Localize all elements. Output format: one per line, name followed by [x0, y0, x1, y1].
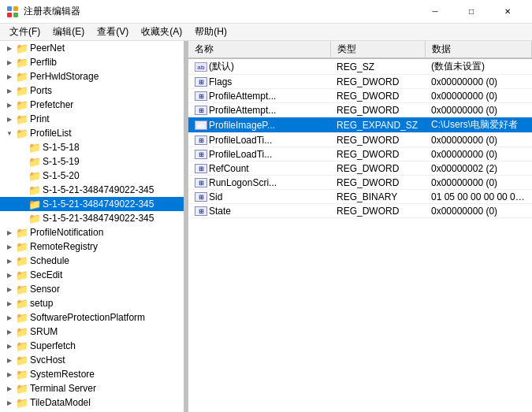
grid-icon: ⊞	[195, 150, 207, 159]
tree-arrow[interactable]	[3, 399, 16, 406]
cell-type: REG_DWORD	[330, 103, 425, 117]
menu-item-查看(V)[interactable]: 查看(V)	[91, 24, 135, 40]
tree-arrow[interactable]	[3, 314, 16, 321]
tree-arrow[interactable]	[3, 229, 16, 236]
tree-item-s-1-5-21-long2[interactable]: 📁S-1-5-21-3484749022-345	[0, 197, 184, 211]
column-data[interactable]: 数据	[425, 41, 532, 58]
table-row[interactable]: ⊞RefCountREG_DWORD0x00000002 (2)	[188, 161, 532, 176]
tree-item-label: setup	[30, 298, 53, 309]
tree-item-label: Perflib	[30, 57, 57, 68]
cell-name: abProfileImageP...	[188, 117, 330, 133]
tree-item-label: TileDataModel	[30, 397, 91, 408]
values-table[interactable]: 名称 类型 数据 ab(默认)REG_SZ(数值未设置)⊞FlagsREG_DW…	[188, 41, 532, 412]
table-row[interactable]: ⊞ProfileAttempt...REG_DWORD0x00000000 (0…	[188, 89, 532, 103]
menu-item-帮助(H)[interactable]: 帮助(H)	[188, 24, 233, 40]
minimize-button[interactable]: ─	[417, 0, 453, 24]
tree-content[interactable]: 📁PeerNet📁Perflib📁PerHwldStorage📁Ports📁Pr…	[0, 41, 184, 412]
table-row[interactable]: ⊞StateREG_DWORD0x00000000 (0)	[188, 204, 532, 218]
tree-item-s-1-5-19[interactable]: 📁S-1-5-19	[0, 154, 184, 169]
tree-item-schedule[interactable]: 📁Schedule	[0, 254, 184, 268]
tree-item-s-1-5-18[interactable]: 📁S-1-5-18	[0, 140, 184, 154]
tree-arrow[interactable]	[3, 102, 16, 109]
table-row[interactable]: ⊞ProfileLoadTi...REG_DWORD0x00000000 (0)	[188, 147, 532, 161]
tree-arrow[interactable]	[3, 116, 16, 123]
table-row[interactable]: ⊞ProfileLoadTi...REG_DWORD0x00000000 (0)	[188, 133, 532, 147]
tree-arrow[interactable]	[3, 385, 16, 392]
tree-arrow[interactable]	[3, 130, 16, 137]
tree-item-print[interactable]: 📁Print	[0, 112, 184, 126]
column-name[interactable]: 名称	[188, 41, 330, 58]
tree-item-label: Schedule	[30, 255, 69, 266]
tree-arrow[interactable]	[3, 357, 16, 364]
folder-icon: 📁	[16, 255, 28, 267]
cell-data: 0x00000000 (0)	[425, 103, 532, 117]
tree-item-softwareprotection[interactable]: 📁SoftwareProtectionPlatform	[0, 310, 184, 325]
cell-data: 0x00000002 (2)	[425, 161, 532, 176]
folder-icon: 📁	[16, 85, 28, 97]
grid-icon: ⊞	[195, 135, 207, 145]
tree-arrow[interactable]	[3, 258, 16, 265]
maximize-button[interactable]: □	[453, 0, 489, 24]
cell-name: ⊞ProfileLoadTi...	[188, 133, 330, 147]
tree-item-s-1-5-21-long1[interactable]: 📁S-1-5-21-3484749022-345	[0, 183, 184, 197]
tree-arrow[interactable]	[3, 300, 16, 307]
grid-icon: ⊞	[195, 164, 207, 173]
table-row[interactable]: ⊞ProfileAttempt...REG_DWORD0x00000000 (0…	[188, 103, 532, 117]
table-row[interactable]: ⊞FlagsREG_DWORD0x00000000 (0)	[188, 75, 532, 89]
tree-item-sensor[interactable]: 📁Sensor	[0, 282, 184, 296]
tree-item-perhwldstorage[interactable]: 📁PerHwldStorage	[0, 69, 184, 84]
cell-type: REG_BINARY	[330, 190, 425, 204]
cell-data: 0x00000000 (0)	[425, 204, 532, 218]
tree-arrow[interactable]	[3, 328, 16, 336]
folder-icon: 📁	[16, 227, 28, 239]
menu-item-文件(F)[interactable]: 文件(F)	[3, 24, 47, 40]
tree-item-label: SecEdit	[30, 269, 62, 280]
close-button[interactable]: ✕	[489, 0, 526, 24]
menu-bar: 文件(F)编辑(E)查看(V)收藏夹(A)帮助(H)	[0, 24, 532, 41]
folder-icon: 📁	[28, 170, 41, 182]
tree-item-systemrestore[interactable]: 📁SystemRestore	[0, 367, 184, 381]
tree-item-ports[interactable]: 📁Ports	[0, 84, 184, 98]
tree-pane: 📁PeerNet📁Perflib📁PerHwldStorage📁Ports📁Pr…	[0, 41, 185, 412]
tree-arrow[interactable]	[3, 286, 16, 293]
tree-item-setup[interactable]: 📁setup	[0, 296, 184, 310]
cell-data: 01 05 00 00 00 00 00 05 15 00 00 00 de (	[425, 190, 532, 204]
table-row[interactable]: ⊞SidREG_BINARY01 05 00 00 00 00 00 05 15…	[188, 190, 532, 204]
tree-item-s-1-5-20[interactable]: 📁S-1-5-20	[0, 169, 184, 183]
tree-item-remoteregistry[interactable]: 📁RemoteRegistry	[0, 239, 184, 254]
tree-item-tiledatamodel[interactable]: 📁TileDataModel	[0, 395, 184, 410]
tree-item-prefetcher[interactable]: 📁Prefetcher	[0, 98, 184, 112]
tree-item-srum[interactable]: 📁SRUM	[0, 325, 184, 339]
tree-item-s-1-5-21-long3[interactable]: 📁S-1-5-21-3484749022-345	[0, 211, 184, 225]
cell-type: REG_DWORD	[330, 89, 425, 103]
tree-arrow[interactable]	[3, 73, 16, 80]
tree-item-profilenotification[interactable]: 📁ProfileNotification	[0, 225, 184, 239]
tree-arrow[interactable]	[3, 45, 16, 52]
tree-arrow[interactable]	[3, 343, 16, 350]
tree-arrow[interactable]	[3, 272, 16, 279]
tree-item-label: Sensor	[30, 284, 60, 295]
tree-item-peernetwork[interactable]: 📁PeerNet	[0, 41, 184, 55]
tree-item-perflib[interactable]: 📁Perflib	[0, 55, 184, 69]
table-row[interactable]: abProfileImageP...REG_EXPAND_SZC:\Users\…	[188, 117, 532, 133]
tree-arrow[interactable]	[3, 59, 16, 66]
cell-type: REG_DWORD	[330, 204, 425, 218]
tree-item-profilelist[interactable]: 📁ProfileList	[0, 126, 184, 140]
table-row[interactable]: ab(默认)REG_SZ(数值未设置)	[188, 58, 532, 75]
menu-item-收藏夹(A)[interactable]: 收藏夹(A)	[135, 24, 188, 40]
tree-item-superfetch[interactable]: 📁Superfetch	[0, 339, 184, 353]
tree-item-label: S-1-5-21-3484749022-345	[43, 213, 154, 224]
tree-item-secedit[interactable]: 📁SecEdit	[0, 268, 184, 282]
tree-item-terminalserver[interactable]: 📁Terminal Server	[0, 381, 184, 395]
folder-icon: 📁	[28, 142, 41, 154]
tree-arrow[interactable]	[3, 243, 16, 251]
tree-item-label: Print	[30, 113, 50, 124]
tree-item-svchost[interactable]: 📁SvcHost	[0, 353, 184, 367]
menu-item-编辑(E)[interactable]: 编辑(E)	[47, 24, 91, 40]
folder-icon: 📁	[16, 369, 28, 380]
svg-rect-3	[13, 13, 18, 17]
table-row[interactable]: ⊞RunLogonScri...REG_DWORD0x00000000 (0)	[188, 176, 532, 190]
tree-arrow[interactable]	[3, 371, 16, 378]
tree-arrow[interactable]	[3, 87, 16, 95]
column-type[interactable]: 类型	[330, 41, 425, 58]
